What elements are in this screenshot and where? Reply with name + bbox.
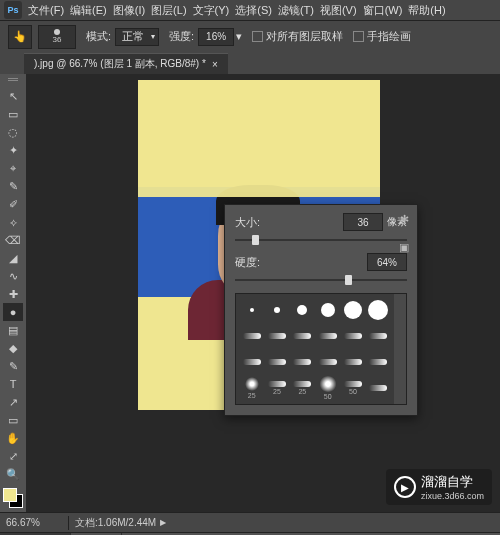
brush-preset[interactable]: 25	[240, 376, 263, 400]
menu-layer[interactable]: 图层(L)	[151, 3, 186, 18]
finger-paint-checkbox[interactable]	[353, 31, 364, 42]
size-label: 大小:	[235, 215, 273, 230]
zoom-level[interactable]: 66.67%	[6, 517, 62, 528]
brush-preset[interactable]: 25	[265, 376, 288, 400]
size-slider[interactable]	[235, 235, 407, 245]
tool-8[interactable]: ⌫	[3, 231, 23, 249]
current-tool-icon[interactable]: 👆	[8, 25, 32, 49]
size-input[interactable]	[343, 213, 383, 231]
brush-preset[interactable]	[291, 324, 314, 348]
tool-2[interactable]: ◌	[3, 123, 23, 141]
brush-preset[interactable]	[240, 324, 263, 348]
tool-3[interactable]: ✦	[3, 141, 23, 159]
tool-9[interactable]: ◢	[3, 249, 23, 267]
menu-type[interactable]: 文字(Y)	[193, 3, 230, 18]
tool-18[interactable]: ▭	[3, 411, 23, 429]
brush-preset[interactable]	[341, 298, 364, 322]
brush-preset[interactable]	[265, 350, 288, 374]
toolbox: ↖▭◌✦⌖✎✐⟡⌫◢∿✚●▤◆✎T↗▭✋⤢🔍	[0, 74, 26, 512]
hardness-input[interactable]	[367, 253, 407, 271]
tool-13[interactable]: ▤	[3, 321, 23, 339]
brush-size-chip: 36	[53, 35, 62, 44]
brush-preset-picker[interactable]: 36	[38, 25, 76, 49]
document-tab[interactable]: ).jpg @ 66.7% (图层 1 副本, RGB/8#) * ×	[24, 53, 228, 74]
panel-menu-icon[interactable]: ✻	[397, 213, 411, 227]
menu-window[interactable]: 窗口(W)	[363, 3, 403, 18]
docinfo-value: 1.06M/2.44M	[98, 517, 156, 528]
strength-dropdown-icon[interactable]: ▾	[236, 30, 242, 43]
workspace: ↖▭◌✦⌖✎✐⟡⌫◢∿✚●▤◆✎T↗▭✋⤢🔍 ✻ ▣ 大小: 像素	[0, 74, 500, 512]
brush-preset[interactable]	[316, 324, 339, 348]
tool-17[interactable]: ↗	[3, 393, 23, 411]
watermark-subtitle: zixue.3d66.com	[421, 491, 484, 501]
strength-input[interactable]	[198, 28, 234, 46]
menu-image[interactable]: 图像(I)	[113, 3, 145, 18]
sample-all-checkbox[interactable]	[252, 31, 263, 42]
brush-preset-grid: 2525255050	[235, 293, 407, 405]
sample-all-label: 对所有图层取样	[266, 29, 343, 44]
brush-preset[interactable]: 50	[341, 376, 364, 400]
brush-preset[interactable]	[367, 324, 390, 348]
menu-file[interactable]: 文件(F)	[28, 3, 64, 18]
tool-0[interactable]: ↖	[3, 87, 23, 105]
tool-20[interactable]: ⤢	[3, 447, 23, 465]
brush-preset[interactable]: 50	[316, 376, 339, 400]
mode-label: 模式:	[86, 29, 111, 44]
brush-preset[interactable]	[265, 324, 288, 348]
brush-preset[interactable]	[291, 298, 314, 322]
brush-preset[interactable]	[240, 298, 263, 322]
brush-preset[interactable]	[341, 324, 364, 348]
brush-preset[interactable]	[367, 350, 390, 374]
tool-14[interactable]: ◆	[3, 339, 23, 357]
tool-7[interactable]: ⟡	[3, 213, 23, 231]
toolbox-grip[interactable]	[8, 78, 18, 84]
brush-preset[interactable]	[316, 350, 339, 374]
document-tab-bar: ).jpg @ 66.7% (图层 1 副本, RGB/8#) * ×	[0, 52, 500, 74]
strength-label: 强度:	[169, 29, 194, 44]
fg-color-swatch[interactable]	[3, 488, 17, 502]
hardness-slider[interactable]	[235, 275, 407, 285]
brush-settings-panel: ✻ ▣ 大小: 像素 硬度: 2525255050	[224, 204, 418, 416]
tool-21[interactable]: 🔍	[3, 465, 23, 483]
canvas-area[interactable]: ✻ ▣ 大小: 像素 硬度: 2525255050	[26, 74, 500, 512]
brush-preset[interactable]	[367, 298, 390, 322]
docinfo-label: 文档:	[75, 516, 98, 530]
menu-bar: Ps 文件(F) 编辑(E) 图像(I) 图层(L) 文字(Y) 选择(S) 滤…	[0, 0, 500, 20]
brush-preset[interactable]: 25	[291, 376, 314, 400]
tool-5[interactable]: ✎	[3, 177, 23, 195]
menu-edit[interactable]: 编辑(E)	[70, 3, 107, 18]
color-swatch[interactable]	[3, 488, 23, 508]
close-icon[interactable]: ×	[212, 59, 218, 70]
menu-select[interactable]: 选择(S)	[235, 3, 272, 18]
tool-15[interactable]: ✎	[3, 357, 23, 375]
document-tab-title: ).jpg @ 66.7% (图层 1 副本, RGB/8#) *	[34, 57, 206, 71]
brush-preset[interactable]	[291, 350, 314, 374]
status-bar: 66.67% 文档: 1.06M/2.44M ▶	[0, 512, 500, 532]
options-bar: 👆 36 模式: 正常 强度: ▾ 对所有图层取样 手指绘画	[0, 20, 500, 52]
tool-6[interactable]: ✐	[3, 195, 23, 213]
watermark: ▶ 溜溜自学 zixue.3d66.com	[386, 469, 492, 505]
finger-paint-label: 手指绘画	[367, 29, 411, 44]
brush-preset[interactable]	[367, 376, 390, 400]
tool-19[interactable]: ✋	[3, 429, 23, 447]
menu-help[interactable]: 帮助(H)	[408, 3, 445, 18]
brush-preset[interactable]	[240, 350, 263, 374]
menu-view[interactable]: 视图(V)	[320, 3, 357, 18]
docinfo-dropdown-icon[interactable]: ▶	[160, 518, 166, 527]
app-logo: Ps	[4, 1, 22, 19]
brush-preset[interactable]	[316, 298, 339, 322]
tool-1[interactable]: ▭	[3, 105, 23, 123]
watermark-title: 溜溜自学	[421, 473, 484, 491]
play-icon: ▶	[394, 476, 416, 498]
mode-dropdown[interactable]: 正常	[115, 28, 159, 46]
brush-preset[interactable]	[265, 298, 288, 322]
menu-filter[interactable]: 滤镜(T)	[278, 3, 314, 18]
tool-10[interactable]: ∿	[3, 267, 23, 285]
hardness-label: 硬度:	[235, 255, 273, 270]
brush-preset[interactable]	[341, 350, 364, 374]
tool-4[interactable]: ⌖	[3, 159, 23, 177]
tool-16[interactable]: T	[3, 375, 23, 393]
tool-11[interactable]: ✚	[3, 285, 23, 303]
preset-scrollbar[interactable]	[394, 294, 406, 404]
tool-12[interactable]: ●	[3, 303, 23, 321]
